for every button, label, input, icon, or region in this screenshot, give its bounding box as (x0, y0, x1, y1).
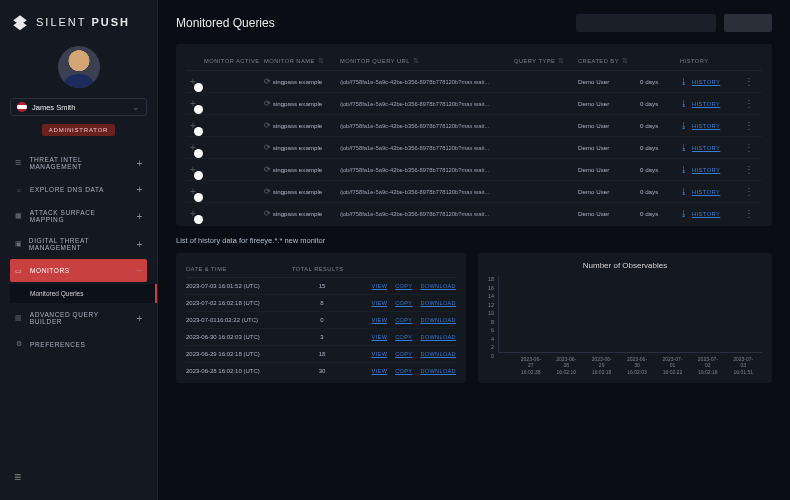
more-icon[interactable]: ⋮ (744, 76, 754, 87)
history-link[interactable]: HISTORY (692, 211, 720, 217)
search-input[interactable] (576, 14, 716, 32)
copy-link[interactable]: COPY (395, 368, 412, 374)
brand-icon (10, 12, 30, 32)
nav-advanced-query[interactable]: ▥ADVANCED QUERY BUILDER+ (10, 305, 147, 331)
history-link[interactable]: HISTORY (692, 167, 720, 173)
more-icon[interactable]: ⋮ (744, 164, 754, 175)
view-link[interactable]: VIEW (372, 300, 388, 306)
hamburger-icon[interactable]: ≡ (10, 464, 147, 490)
xaxis-label: 2023-06-3016:02:03 (624, 356, 649, 376)
table-header: MONITOR ACTIVE MONITOR NAME⇅ MONITOR QUE… (186, 52, 762, 71)
monitors-table: MONITOR ACTIVE MONITOR NAME⇅ MONITOR QUE… (176, 44, 772, 226)
copy-link[interactable]: COPY (395, 334, 412, 340)
col-by[interactable]: CREATED BY⇅ (578, 57, 636, 65)
monitor-url: /job/f758fa1e-5a9c-42be-b356-8978b778120… (340, 167, 510, 173)
nav: ☰THREAT INTEL MANAGEMENT+ ⌕EXPLORE DNS D… (10, 150, 147, 355)
observables-chart: Number of Observables 181614121086420 20… (478, 253, 772, 383)
view-link[interactable]: VIEW (372, 283, 388, 289)
refresh-icon[interactable]: ⟳ (264, 143, 271, 152)
refresh-icon[interactable]: ⟳ (264, 209, 271, 218)
monitor-url: /job/f758fa1e-5a9c-42be-b356-8978b778120… (340, 211, 510, 217)
monitor-icon: ▭ (14, 266, 24, 276)
brand-logo: SILENT PUSH (10, 12, 147, 32)
table-row: + ⟳ singpass example /job/f758fa1e-5a9c-… (186, 115, 762, 137)
monitor-url: /job/f758fa1e-5a9c-42be-b356-8978b778120… (340, 145, 510, 151)
xaxis-label: 2023-06-2816:02:10 (554, 356, 579, 376)
refresh-icon[interactable]: ⟳ (264, 121, 271, 130)
map-icon: ▦ (14, 211, 24, 221)
col-name[interactable]: MONITOR NAME⇅ (264, 57, 336, 65)
search-button[interactable] (724, 14, 772, 32)
more-icon[interactable]: ⋮ (744, 208, 754, 219)
nav-attack-surface[interactable]: ▦ATTACK SURFACE MAPPING+ (10, 203, 147, 229)
download-icon[interactable]: ⭳ (680, 209, 688, 218)
refresh-icon[interactable]: ⟳ (264, 187, 271, 196)
history-total: 3 (292, 334, 352, 340)
nav-digital-threat[interactable]: ▣DIGITAL THREAT MANAGEMENT+ (10, 231, 147, 257)
refresh-icon[interactable]: ⟳ (264, 99, 271, 108)
xaxis-label: 2023-07-0116:02:22 (660, 356, 685, 376)
col-url[interactable]: MONITOR QUERY URL⇅ (340, 57, 510, 65)
download-link[interactable]: DOWNLOAD (420, 368, 456, 374)
more-icon[interactable]: ⋮ (744, 120, 754, 131)
refresh-icon[interactable]: ⟳ (264, 165, 271, 174)
history-link[interactable]: HISTORY (692, 79, 720, 85)
table-row: + ⟳ singpass example /job/f758fa1e-5a9c-… (186, 159, 762, 181)
avatar[interactable] (58, 46, 100, 88)
nav-explore-dns[interactable]: ⌕EXPLORE DNS DATA+ (10, 178, 147, 201)
history-link[interactable]: HISTORY (692, 189, 720, 195)
plus-icon: + (137, 313, 143, 324)
history-row: 2023-07-0116:02:22 (UTC) 0 VIEWCOPYDOWNL… (186, 312, 456, 329)
refresh-icon[interactable]: ⟳ (264, 77, 271, 86)
history-link[interactable]: HISTORY (692, 101, 720, 107)
more-icon[interactable]: ⋮ (744, 98, 754, 109)
col-active[interactable]: MONITOR ACTIVE (204, 58, 260, 64)
view-link[interactable]: VIEW (372, 368, 388, 374)
view-link[interactable]: VIEW (372, 317, 388, 323)
more-icon[interactable]: ⋮ (744, 142, 754, 153)
age: 0 days (640, 78, 676, 85)
copy-link[interactable]: COPY (395, 300, 412, 306)
col-type[interactable]: QUERY TYPE⇅ (514, 57, 574, 65)
download-link[interactable]: DOWNLOAD (420, 283, 456, 289)
download-icon[interactable]: ⭳ (680, 187, 688, 196)
history-link[interactable]: HISTORY (692, 145, 720, 151)
download-icon[interactable]: ⭳ (680, 165, 688, 174)
monitor-url: /job/f758fa1e-5a9c-42be-b356-8978b778120… (340, 123, 510, 129)
more-icon[interactable]: ⋮ (744, 186, 754, 197)
user-selector[interactable]: James Smith ⌄ (10, 98, 147, 116)
chart-xaxis: 2023-06-2716:02:382023-06-2816:02:102023… (498, 353, 762, 376)
download-link[interactable]: DOWNLOAD (420, 351, 456, 357)
created-by: Demo User (578, 78, 636, 85)
download-icon[interactable]: ⭳ (680, 121, 688, 130)
history-link[interactable]: HISTORY (692, 123, 720, 129)
monitor-name: singpass example (273, 122, 323, 129)
xaxis-label: 2023-07-0316:01:51 (731, 356, 756, 376)
view-link[interactable]: VIEW (372, 351, 388, 357)
download-link[interactable]: DOWNLOAD (420, 300, 456, 306)
nav-sub-monitored-queries[interactable]: Monitored Queries (10, 284, 157, 303)
history-row: 2023-07-03 16:01:52 (UTC) 15 VIEWCOPYDOW… (186, 278, 456, 295)
age: 0 days (640, 144, 676, 151)
created-by: Demo User (578, 122, 636, 129)
history-table: DATE & TIME TOTAL RESULTS 2023-07-03 16:… (176, 253, 466, 383)
view-link[interactable]: VIEW (372, 334, 388, 340)
main-content: Monitored Queries MONITOR ACTIVE MONITOR… (158, 0, 790, 500)
table-row: + ⟳ singpass example /job/f758fa1e-5a9c-… (186, 181, 762, 203)
age: 0 days (640, 210, 676, 217)
nav-monitors[interactable]: ▭MONITORS− (10, 259, 147, 282)
page-header: Monitored Queries (176, 14, 772, 32)
copy-link[interactable]: COPY (395, 351, 412, 357)
chart-title: Number of Observables (488, 261, 762, 270)
created-by: Demo User (578, 210, 636, 217)
download-link[interactable]: DOWNLOAD (420, 317, 456, 323)
download-link[interactable]: DOWNLOAD (420, 334, 456, 340)
nav-threat-intel[interactable]: ☰THREAT INTEL MANAGEMENT+ (10, 150, 147, 176)
gear-icon: ⚙ (14, 339, 24, 349)
download-icon[interactable]: ⭳ (680, 143, 688, 152)
download-icon[interactable]: ⭳ (680, 99, 688, 108)
download-icon[interactable]: ⭳ (680, 77, 688, 86)
copy-link[interactable]: COPY (395, 317, 412, 323)
copy-link[interactable]: COPY (395, 283, 412, 289)
nav-preferences[interactable]: ⚙PREFERENCES (10, 333, 147, 355)
